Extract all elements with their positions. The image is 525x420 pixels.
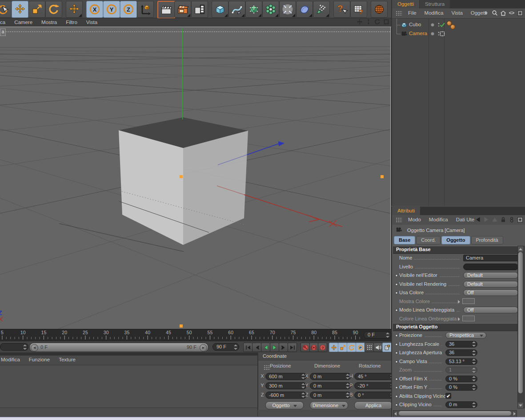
tab-struttura[interactable]: Struttura [420,0,450,8]
add-modeling-object[interactable] [262,1,279,18]
goto-start-button[interactable] [243,343,252,352]
color-swatch[interactable] [462,298,475,304]
axis-y-lock[interactable]: Y [103,1,120,18]
attr-dropdown[interactable]: Off [463,289,518,296]
keyframe-position-toggle[interactable] [329,343,338,352]
animatable-dot[interactable] [395,378,398,380]
view-label[interactable]: a [0,28,6,36]
viewport-menu-mostra[interactable]: Mostra [37,18,61,25]
animatable-dot[interactable] [395,386,398,389]
scale-tool[interactable] [28,1,45,18]
sound-toggle-toggle[interactable] [373,343,383,352]
material-menu-texture[interactable]: Texture [54,356,80,362]
lock-icon[interactable] [500,216,506,224]
rotate-tool[interactable] [45,1,62,18]
viewport-menu-ca[interactable]: ca [0,18,10,25]
render-settings[interactable] [191,1,208,18]
content-browser[interactable] [371,1,388,18]
add-nurbs-object[interactable] [245,1,262,18]
move-tool[interactable] [12,1,28,18]
add-particle-object[interactable] [313,1,330,18]
tab-attributi[interactable]: Attributi [392,207,420,215]
coord-button-oggetto[interactable]: Oggetto [265,401,304,409]
handle-center[interactable] [180,175,183,178]
animatable-dot[interactable] [395,352,398,354]
grip-icon[interactable] [396,217,402,223]
material-menu-funzione[interactable]: Funzione [24,356,54,362]
animatable-dot[interactable] [395,309,398,312]
camera-target-icon[interactable] [439,31,445,38]
coord-field-size-y[interactable]: 0 m [310,382,351,389]
attr-tab-base[interactable]: Base [394,236,415,244]
live-selection-tool[interactable] [0,1,12,18]
vertical-scroll-thumb[interactable] [518,252,523,393]
preview-range-slider[interactable]: ◄ 0 F 90 F ► [29,343,208,352]
attr-number-field[interactable]: 36 [445,349,477,356]
animatable-dot[interactable] [395,343,398,346]
viewport-menu-camere[interactable]: Camere [10,18,37,25]
play-backward-button[interactable] [261,343,270,352]
coord-field-size-z[interactable]: 0 m [310,392,351,399]
attr-checkbox[interactable]: ✔ [445,393,451,399]
scroll-right-button[interactable] [513,412,516,416]
handle-bottom[interactable] [180,324,183,328]
material-menu-modifica[interactable]: Modifica [0,356,24,362]
record-options-button[interactable]: ? [318,343,327,352]
viewport-menu-vista[interactable]: Vista [82,18,102,25]
document-keyframe-toggle[interactable] [382,343,392,352]
keyframe-scale-toggle[interactable] [338,343,347,352]
vertical-scrollbar[interactable] [517,246,525,408]
range-end-field[interactable]: 90 F [212,343,239,351]
coord-field-rot-b[interactable]: 0 ° [354,392,396,399]
attr-tab-oggetto[interactable]: Oggetto [441,236,470,244]
editor-visibility-dot[interactable] [429,22,436,29]
viewport-menu-filtro[interactable]: Filtro [61,18,82,25]
record-keyframe-button[interactable] [301,343,310,352]
add-spline[interactable] [228,1,245,18]
coord-button-applica[interactable]: Applica [354,401,393,409]
axis-z-lock[interactable]: Z [120,1,137,18]
overflow-arrow-icon[interactable] [483,10,489,17]
horizontal-scrollbar[interactable] [393,410,517,417]
animatable-dot[interactable] [395,395,398,398]
view-rotate-icon[interactable] [374,19,381,26]
viewport-3d[interactable]: Z a [0,27,391,329]
om-menu-vista[interactable]: Vista [447,8,466,16]
tab-oggetti[interactable]: Oggetti [392,0,419,8]
goto-end-button[interactable] [288,343,297,352]
animatable-dot[interactable] [395,283,398,286]
coord-field-rot-h[interactable]: 45 ° [354,373,396,380]
range-right-cap[interactable]: ► [200,344,207,352]
frame-spinner[interactable] [385,332,389,338]
grip-icon[interactable] [264,365,270,370]
range-left-cap[interactable]: ◄ [31,344,38,352]
cube-object[interactable] [59,117,248,252]
attr-number-field[interactable]: 0 m [445,401,477,408]
coord-field-pos-y[interactable]: 300 m [265,382,307,389]
command-manager[interactable]: ? [350,1,367,18]
add-deformer[interactable] [279,1,296,18]
attr-dropdown[interactable]: Default [463,272,518,279]
animatable-dot[interactable] [395,404,398,406]
attr-input[interactable]: Camera [463,255,518,261]
attr-tab-coord[interactable]: Coord. [416,236,441,244]
attr-dropdown[interactable]: Prospettica [445,332,486,339]
handle-right[interactable] [381,175,384,178]
view-pan-icon[interactable] [357,19,363,26]
keyframe-parameter-toggle[interactable]: P [356,343,365,352]
animatable-dot[interactable] [395,292,398,294]
attr-number-field[interactable]: 0 % [445,376,477,382]
add-panel-icon[interactable] [517,10,523,17]
coord-field-pos-x[interactable]: 600 m [265,373,307,380]
play-forward-button[interactable] [270,343,279,352]
animatable-dot[interactable] [395,274,398,277]
expand-arrow-icon[interactable] [458,317,460,321]
om-menu-modifica[interactable]: Modifica [421,8,448,16]
coord-button-dimensione[interactable]: Dimensione [310,401,348,409]
object-row-camera[interactable]: Camera [392,29,525,38]
keyframe-rotation-toggle[interactable] [347,343,356,352]
coord-field-rot-p[interactable]: -20 ° [354,382,396,389]
scroll-up-button[interactable] [518,246,523,252]
history-forward-icon[interactable] [483,216,489,224]
current-frame-field[interactable]: 0 F [364,331,391,339]
